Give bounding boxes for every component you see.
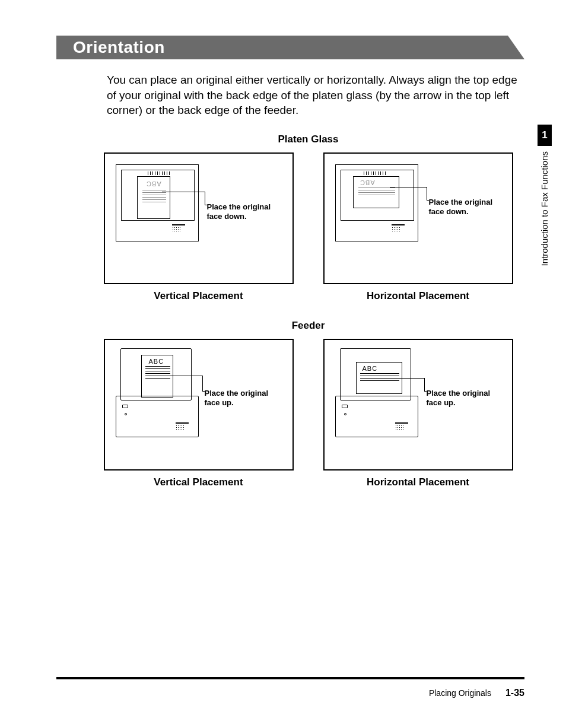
callout-line2: face up. bbox=[205, 398, 234, 407]
feeder-diagram-row: ABC Place the original face up. bbox=[92, 339, 524, 471]
callout-line1: Place the original bbox=[427, 389, 491, 398]
platen-section-title: Platen Glass bbox=[92, 133, 524, 145]
section-heading: Orientation bbox=[73, 38, 165, 57]
feeder-horizontal-diagram: ABC Place the original face up. bbox=[323, 339, 513, 471]
callout-line2: face up. bbox=[427, 398, 456, 407]
footer-page-number: 1-35 bbox=[505, 688, 524, 698]
platen-horizontal-diagram: ABC Place the original face down. bbox=[323, 152, 513, 284]
callout-line1: Place the original bbox=[205, 389, 269, 398]
platen-diagram-row: ABC Place the original face down. bbox=[92, 152, 524, 284]
platen-vertical-diagram: ABC Place the original face down. bbox=[104, 152, 294, 284]
feeder-caption-row: Vertical Placement Horizontal Placement bbox=[92, 476, 524, 488]
abc-label: ABC bbox=[146, 180, 161, 187]
intro-paragraph: You can place an original either vertica… bbox=[107, 72, 524, 118]
abc-label: ABC bbox=[363, 365, 378, 372]
chapter-tab: 1 bbox=[538, 125, 552, 146]
callout-line1: Place the original bbox=[207, 202, 271, 211]
callout-line2: face down. bbox=[207, 212, 247, 221]
chapter-side-title: Introduction to Fax Functions bbox=[539, 151, 549, 266]
abc-label: ABC bbox=[149, 358, 164, 365]
platen-horizontal-caption: Horizontal Placement bbox=[323, 290, 513, 302]
feeder-section-title: Feeder bbox=[92, 320, 524, 332]
feeder-vertical-caption: Vertical Placement bbox=[104, 476, 294, 488]
section-heading-bar: Orientation bbox=[56, 36, 524, 59]
abc-label: ABC bbox=[360, 179, 375, 186]
callout-line2: face down. bbox=[429, 207, 469, 216]
footer-section: Placing Originals bbox=[429, 688, 491, 698]
platen-vertical-caption: Vertical Placement bbox=[104, 290, 294, 302]
feeder-vertical-diagram: ABC Place the original face up. bbox=[104, 339, 294, 471]
feeder-horizontal-caption: Horizontal Placement bbox=[323, 476, 513, 488]
callout-line1: Place the original bbox=[429, 198, 493, 206]
platen-caption-row: Vertical Placement Horizontal Placement bbox=[92, 290, 524, 302]
footer-rule bbox=[56, 677, 524, 679]
page: Orientation You can place an original ei… bbox=[0, 0, 566, 728]
page-footer: Placing Originals 1-35 bbox=[429, 688, 524, 698]
